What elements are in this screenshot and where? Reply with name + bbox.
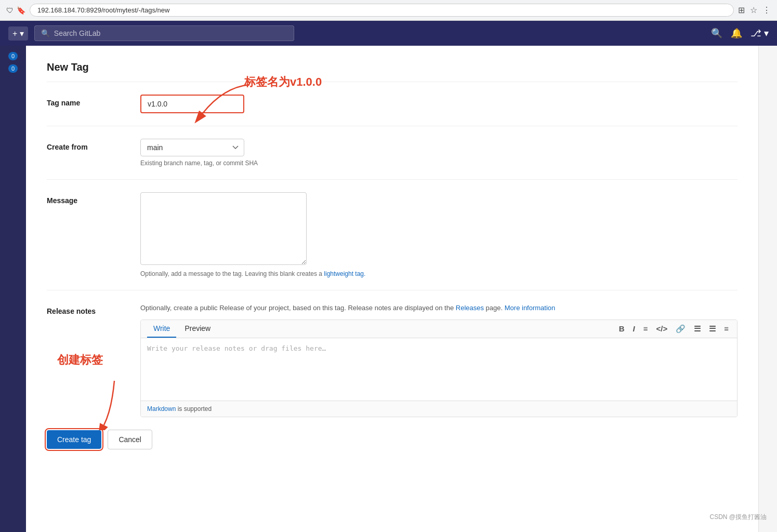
message-hint: Optionally, add a message to the tag. Le… (140, 270, 504, 277)
notifications-icon[interactable]: 🔔 (731, 28, 742, 39)
more-info-link[interactable]: More information (505, 304, 556, 312)
page-title: New Tag (47, 61, 738, 82)
create-from-label: Create from (47, 139, 140, 151)
right-panel (758, 46, 777, 532)
message-label: Message (47, 192, 140, 205)
create-from-control: main Existing branch name, tag, or commi… (140, 139, 504, 167)
watermark: CSDN @摸鱼打酱油 (709, 513, 767, 522)
bullet-list-icon[interactable]: ☰ (692, 323, 703, 335)
tag-name-control (140, 95, 504, 113)
address-bar[interactable]: 192.168.184.70:8929/root/mytest/-/tags/n… (30, 4, 734, 17)
merge-requests-icon[interactable]: ⎇ ▾ (750, 28, 769, 39)
num-list-icon[interactable]: ☰ (707, 323, 718, 335)
editor-placeholder: Write your release notes or drag files h… (147, 344, 326, 352)
sidebar-badge-1[interactable]: 0 (8, 52, 18, 60)
browser-nav-icons: 🛡 🔖 (6, 6, 25, 15)
tag-name-row: Tag name (47, 95, 738, 126)
menu-icon: ⋮ (762, 5, 771, 15)
release-notes-desc-pre: Optionally, create a public Release of y… (140, 304, 456, 312)
url-text: 192.168.184.70:8929/root/mytest/-/tags/n… (37, 6, 169, 14)
bookmark-icon: ☆ (750, 5, 757, 15)
more-icon[interactable]: ≡ (722, 323, 731, 334)
markdown-suffix: is supported (176, 405, 212, 413)
search-bar[interactable]: 🔍 Search GitLab (34, 25, 294, 41)
code-icon[interactable]: </> (654, 323, 670, 334)
editor-tab-bar: Write Preview B I ≡ </> 🔗 ☰ ☰ ≡ (141, 320, 737, 338)
shield-icon: 🛡 (6, 6, 14, 15)
releases-link[interactable]: Releases (456, 304, 484, 312)
lightweight-tag-link[interactable]: lightweight tag. (324, 270, 365, 277)
release-notes-wrap: Optionally, create a public Release of y… (140, 303, 738, 417)
browser-right-icons: ⊞ ☆ ⋮ (738, 5, 771, 15)
tab-preview[interactable]: Preview (178, 320, 217, 338)
italic-icon[interactable]: I (631, 323, 637, 334)
search-icon: 🔍 (41, 29, 50, 37)
site-icon: 🔖 (17, 6, 25, 15)
release-notes-row: Release notes Optionally, create a publi… (47, 303, 738, 417)
release-notes-desc-mid: page. (484, 304, 505, 312)
editor-toolbar: B I ≡ </> 🔗 ☰ ☰ ≡ (617, 323, 731, 335)
search-icon-right[interactable]: 🔍 (711, 28, 722, 39)
message-hint-text: Optionally, add a message to the tag. Le… (140, 270, 324, 277)
qr-icon: ⊞ (738, 5, 745, 15)
bold-icon[interactable]: B (617, 323, 627, 334)
create-from-row: Create from main Existing branch name, t… (47, 139, 738, 180)
cancel-button[interactable]: Cancel (108, 430, 152, 449)
release-notes-label: Release notes (47, 303, 140, 315)
markdown-link[interactable]: Markdown (147, 405, 176, 413)
release-notes-desc: Optionally, create a public Release of y… (140, 303, 738, 313)
message-textarea[interactable] (140, 192, 307, 265)
browser-chrome: 🛡 🔖 192.168.184.70:8929/root/mytest/-/ta… (0, 0, 777, 21)
release-notes-editor: Write Preview B I ≡ </> 🔗 ☰ ☰ ≡ (140, 320, 738, 417)
message-control: Optionally, add a message to the tag. Le… (140, 192, 504, 277)
editor-footer: Markdown is supported (141, 401, 737, 417)
editor-body[interactable]: Write your release notes or drag files h… (141, 338, 737, 401)
nav-right-icons: 🔍 🔔 ⎇ ▾ (711, 28, 769, 39)
tag-name-input[interactable] (140, 95, 244, 113)
nav-left: + ▾ (8, 26, 28, 41)
create-from-select[interactable]: main (140, 139, 244, 156)
link-icon[interactable]: 🔗 (674, 323, 688, 335)
main-layout: 0 0 标签名为v1.0.0 创建标签 New T (0, 46, 777, 532)
tag-name-label: Tag name (47, 95, 140, 107)
heading-icon[interactable]: ≡ (641, 323, 650, 334)
content-area: 标签名为v1.0.0 创建标签 New Tag Tag name (26, 46, 758, 532)
sidebar: 0 0 (0, 46, 26, 532)
gitlab-navbar: + ▾ 🔍 Search GitLab 🔍 🔔 ⎇ ▾ (0, 21, 777, 46)
buttons-row: Create tag Cancel (47, 430, 738, 449)
sidebar-badge-2[interactable]: 0 (8, 64, 18, 73)
create-tag-button[interactable]: Create tag (47, 430, 101, 449)
new-item-button[interactable]: + ▾ (8, 26, 28, 41)
create-from-hint: Existing branch name, tag, or commit SHA (140, 159, 504, 167)
message-row: Message Optionally, add a message to the… (47, 192, 738, 290)
search-placeholder: Search GitLab (54, 29, 101, 37)
tab-write[interactable]: Write (147, 320, 176, 338)
